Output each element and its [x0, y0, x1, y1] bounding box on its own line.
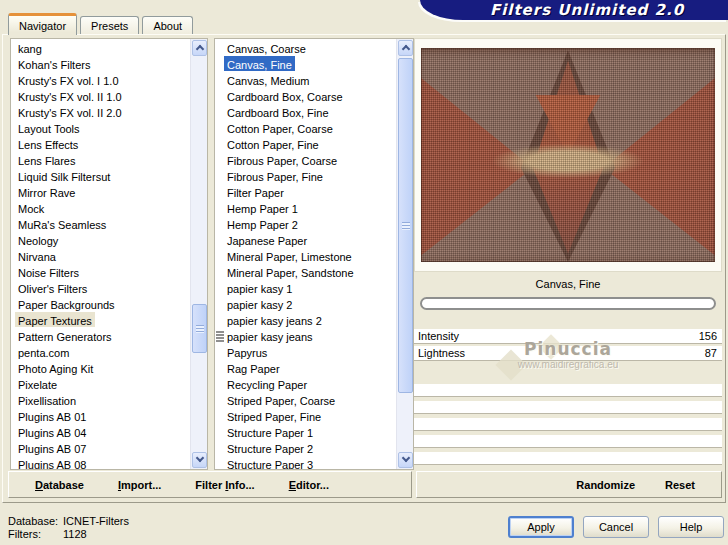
- list-item-label: Striped Paper, Coarse: [224, 392, 338, 407]
- list-item[interactable]: Fibrous Paper, Coarse: [215, 152, 395, 168]
- drag-grip-icon: [216, 331, 224, 342]
- scroll-down-button[interactable]: [398, 452, 413, 468]
- list-item[interactable]: Paper Backgrounds: [11, 296, 189, 312]
- list-item[interactable]: Mock: [11, 200, 189, 216]
- list-item[interactable]: Cotton Paper, Fine: [215, 136, 395, 152]
- cancel-button[interactable]: Cancel: [583, 516, 649, 538]
- list-item-label: Structure Paper 2: [224, 440, 316, 455]
- list-item[interactable]: Japanese Paper: [215, 232, 395, 248]
- list-item[interactable]: Hemp Paper 1: [215, 200, 395, 216]
- apply-button[interactable]: Apply: [508, 516, 574, 538]
- list-item[interactable]: Liquid Silk Filtersut: [11, 168, 189, 184]
- help-button[interactable]: Help: [658, 516, 724, 538]
- scroll-up-button[interactable]: [398, 40, 413, 56]
- slider-label: Intensity: [418, 329, 459, 343]
- list-item[interactable]: Neology: [11, 232, 189, 248]
- list-item[interactable]: Paper Textures: [11, 312, 189, 328]
- category-scrollbar[interactable]: [190, 39, 207, 469]
- list-item[interactable]: Kohan's Filters: [11, 56, 189, 72]
- list-item[interactable]: Oliver's Filters: [11, 280, 189, 296]
- editor-button[interactable]: Editor...: [281, 475, 337, 495]
- scroll-up-button[interactable]: [192, 40, 207, 56]
- tab-presets[interactable]: Presets: [80, 16, 139, 35]
- list-item[interactable]: Cardboard Box, Fine: [215, 104, 395, 120]
- list-item[interactable]: Krusty's FX vol. II 2.0: [11, 104, 189, 120]
- list-item[interactable]: Plugins AB 04: [11, 424, 189, 440]
- list-item[interactable]: Lens Effects: [11, 136, 189, 152]
- list-item[interactable]: MuRa's Seamless: [11, 216, 189, 232]
- list-item[interactable]: Photo Aging Kit: [11, 360, 189, 376]
- database-button[interactable]: Database: [27, 475, 92, 495]
- reset-button[interactable]: Reset: [657, 475, 703, 495]
- database-value: ICNET-Filters: [63, 515, 129, 527]
- slider-label: Lightness: [418, 346, 465, 360]
- list-item[interactable]: papier kasy 1: [215, 280, 395, 296]
- list-item-label: Canvas, Coarse: [224, 40, 309, 55]
- list-item[interactable]: Nirvana: [11, 248, 189, 264]
- list-item[interactable]: Lens Flares: [11, 152, 189, 168]
- list-item[interactable]: papier kasy jeans 2: [215, 312, 395, 328]
- list-item[interactable]: Structure Paper 2: [215, 440, 395, 456]
- tab-navigator[interactable]: Navigator: [8, 13, 77, 35]
- list-item-label: Layout Tools: [15, 120, 83, 135]
- list-item-label: Papyrus: [224, 344, 270, 359]
- preview-image[interactable]: [421, 48, 715, 262]
- slider-row-intensity[interactable]: Intensity156: [414, 329, 722, 344]
- list-item-label: Krusty's FX vol. II 2.0: [15, 104, 125, 119]
- list-item[interactable]: Plugins AB 01: [11, 408, 189, 424]
- list-item[interactable]: penta.com: [11, 344, 189, 360]
- randomize-button[interactable]: Randomize: [568, 475, 643, 495]
- list-item-label: Plugins AB 08: [15, 456, 90, 469]
- scrollbar-thumb[interactable]: [398, 58, 413, 393]
- list-item[interactable]: Canvas, Coarse: [215, 40, 395, 56]
- filters-value: 1128: [63, 528, 87, 540]
- list-item-label: Rag Paper: [224, 360, 283, 375]
- list-item[interactable]: papier kasy 2: [215, 296, 395, 312]
- list-item[interactable]: kang: [11, 40, 189, 56]
- list-item[interactable]: Structure Paper 1: [215, 424, 395, 440]
- list-item[interactable]: Cardboard Box, Coarse: [215, 88, 395, 104]
- list-item[interactable]: Layout Tools: [11, 120, 189, 136]
- filter-list: Canvas, CoarseCanvas, FineCanvas, Medium…: [215, 40, 395, 469]
- list-item[interactable]: Canvas, Medium: [215, 72, 395, 88]
- filter-scrollbar[interactable]: [396, 39, 413, 469]
- slider-row-empty: [414, 452, 722, 465]
- list-item[interactable]: Striped Paper, Coarse: [215, 392, 395, 408]
- thumb-grip-icon: [196, 325, 204, 333]
- list-item[interactable]: Striped Paper, Fine: [215, 408, 395, 424]
- list-item[interactable]: Plugins AB 07: [11, 440, 189, 456]
- list-item[interactable]: Mineral Paper, Sandstone: [215, 264, 395, 280]
- list-item[interactable]: Rag Paper: [215, 360, 395, 376]
- list-item[interactable]: Pixellisation: [11, 392, 189, 408]
- list-item-label: Pattern Generators: [15, 328, 115, 343]
- list-item[interactable]: Cotton Paper, Coarse: [215, 120, 395, 136]
- list-item[interactable]: Hemp Paper 2: [215, 216, 395, 232]
- list-item[interactable]: papier kasy jeans: [215, 328, 395, 344]
- scroll-down-button[interactable]: [192, 452, 207, 468]
- tab-about[interactable]: About: [142, 16, 193, 35]
- scrollbar-thumb[interactable]: [192, 304, 207, 353]
- list-item-label: Plugins AB 04: [15, 424, 90, 439]
- list-item[interactable]: Canvas, Fine: [215, 56, 395, 72]
- list-item-label: Hemp Paper 2: [224, 216, 301, 231]
- list-item[interactable]: Krusty's FX vol. I 1.0: [11, 72, 189, 88]
- list-item[interactable]: Plugins AB 08: [11, 456, 189, 469]
- chevron-down-icon: [196, 454, 204, 462]
- slider-row-lightness[interactable]: Lightness87: [414, 346, 722, 361]
- list-item[interactable]: Krusty's FX vol. II 1.0: [11, 88, 189, 104]
- import-button[interactable]: Import...: [110, 475, 169, 495]
- list-item[interactable]: Noise Filters: [11, 264, 189, 280]
- list-item[interactable]: Papyrus: [215, 344, 395, 360]
- list-item[interactable]: Pixelate: [11, 376, 189, 392]
- list-item[interactable]: Mineral Paper, Limestone: [215, 248, 395, 264]
- list-item[interactable]: Pattern Generators: [11, 328, 189, 344]
- list-item[interactable]: Filter Paper: [215, 184, 395, 200]
- list-item[interactable]: Recycling Paper: [215, 376, 395, 392]
- list-item-label: MuRa's Seamless: [15, 216, 109, 231]
- list-item[interactable]: Fibrous Paper, Fine: [215, 168, 395, 184]
- list-item[interactable]: Structure Paper 3: [215, 456, 395, 469]
- list-item[interactable]: Mirror Rave: [11, 184, 189, 200]
- filter-info-button[interactable]: Filter Info...: [187, 475, 262, 495]
- list-item-label: Cardboard Box, Fine: [224, 104, 332, 119]
- watermark-gap: [414, 363, 722, 384]
